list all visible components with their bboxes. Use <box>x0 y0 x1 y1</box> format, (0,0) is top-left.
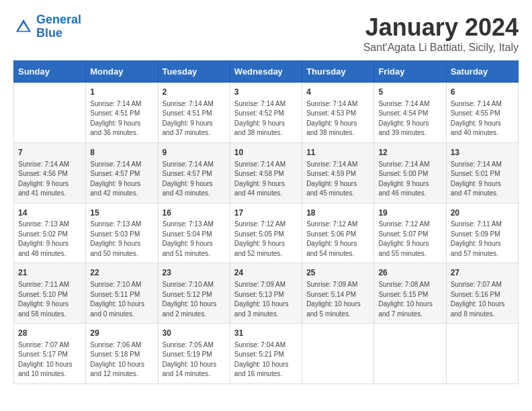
day-info: Sunrise: 7:10 AM Sunset: 5:12 PM Dayligh… <box>163 280 226 319</box>
week-row-3: 14Sunrise: 7:13 AM Sunset: 5:02 PM Dayli… <box>14 203 519 263</box>
calendar-cell: 3Sunrise: 7:14 AM Sunset: 4:52 PM Daylig… <box>230 83 302 143</box>
calendar-cell: 27Sunrise: 7:07 AM Sunset: 5:16 PM Dayli… <box>446 263 518 324</box>
week-row-1: 1Sunrise: 7:14 AM Sunset: 4:51 PM Daylig… <box>14 83 519 143</box>
day-info: Sunrise: 7:12 AM Sunset: 5:07 PM Dayligh… <box>378 220 441 259</box>
day-number: 10 <box>234 147 298 158</box>
day-number: 16 <box>163 208 226 219</box>
day-info: Sunrise: 7:06 AM Sunset: 5:18 PM Dayligh… <box>90 340 153 379</box>
day-number: 24 <box>234 267 298 279</box>
calendar-cell: 24Sunrise: 7:09 AM Sunset: 5:13 PM Dayli… <box>230 263 302 324</box>
calendar-cell: 19Sunrise: 7:12 AM Sunset: 5:07 PM Dayli… <box>374 203 446 263</box>
day-number: 25 <box>306 267 369 279</box>
day-info: Sunrise: 7:13 AM Sunset: 5:02 PM Dayligh… <box>18 220 81 259</box>
calendar-cell: 15Sunrise: 7:13 AM Sunset: 5:03 PM Dayli… <box>86 203 158 263</box>
day-info: Sunrise: 7:14 AM Sunset: 4:51 PM Dayligh… <box>163 99 226 138</box>
logo-line2: Blue <box>36 26 62 40</box>
day-number: 4 <box>306 87 369 98</box>
day-info: Sunrise: 7:14 AM Sunset: 4:56 PM Dayligh… <box>18 160 81 199</box>
calendar-cell: 26Sunrise: 7:08 AM Sunset: 5:15 PM Dayli… <box>374 263 446 324</box>
day-info: Sunrise: 7:09 AM Sunset: 5:14 PM Dayligh… <box>306 280 369 319</box>
day-number: 12 <box>378 147 441 158</box>
header: General Blue January 2024 Sant'Agata Li … <box>13 13 519 54</box>
calendar-cell: 30Sunrise: 7:05 AM Sunset: 5:19 PM Dayli… <box>158 324 230 384</box>
calendar-cell <box>374 324 446 384</box>
day-number: 26 <box>378 267 441 279</box>
calendar-cell: 31Sunrise: 7:04 AM Sunset: 5:21 PM Dayli… <box>230 324 302 384</box>
day-info: Sunrise: 7:14 AM Sunset: 4:53 PM Dayligh… <box>306 99 369 138</box>
day-number: 1 <box>90 87 153 98</box>
calendar-cell: 10Sunrise: 7:14 AM Sunset: 4:58 PM Dayli… <box>230 142 302 203</box>
day-number: 14 <box>18 208 81 219</box>
day-info: Sunrise: 7:09 AM Sunset: 5:13 PM Dayligh… <box>234 280 298 319</box>
day-info: Sunrise: 7:10 AM Sunset: 5:11 PM Dayligh… <box>90 280 153 319</box>
day-info: Sunrise: 7:14 AM Sunset: 4:59 PM Dayligh… <box>306 160 369 199</box>
day-number: 23 <box>163 267 226 279</box>
calendar-cell: 7Sunrise: 7:14 AM Sunset: 4:56 PM Daylig… <box>14 142 86 203</box>
calendar-cell: 23Sunrise: 7:10 AM Sunset: 5:12 PM Dayli… <box>158 263 230 324</box>
calendar-cell: 18Sunrise: 7:12 AM Sunset: 5:06 PM Dayli… <box>302 203 374 263</box>
day-number: 9 <box>163 147 226 158</box>
calendar-cell: 9Sunrise: 7:14 AM Sunset: 4:57 PM Daylig… <box>158 142 230 203</box>
header-wednesday: Wednesday <box>230 61 302 83</box>
day-info: Sunrise: 7:14 AM Sunset: 4:57 PM Dayligh… <box>163 160 226 199</box>
day-info: Sunrise: 7:11 AM Sunset: 5:10 PM Dayligh… <box>18 280 81 319</box>
day-info: Sunrise: 7:04 AM Sunset: 5:21 PM Dayligh… <box>234 340 298 379</box>
calendar-cell: 8Sunrise: 7:14 AM Sunset: 4:57 PM Daylig… <box>86 142 158 203</box>
day-info: Sunrise: 7:12 AM Sunset: 5:05 PM Dayligh… <box>234 220 298 259</box>
subtitle: Sant'Agata Li Battiati, Sicily, Italy <box>363 42 519 54</box>
day-info: Sunrise: 7:12 AM Sunset: 5:06 PM Dayligh… <box>306 220 369 259</box>
day-number: 11 <box>306 147 369 158</box>
day-info: Sunrise: 7:14 AM Sunset: 4:58 PM Dayligh… <box>234 160 298 199</box>
day-info: Sunrise: 7:14 AM Sunset: 5:00 PM Dayligh… <box>378 160 441 199</box>
logo-text: General Blue <box>36 13 81 40</box>
title-area: January 2024 Sant'Agata Li Battiati, Sic… <box>363 13 519 54</box>
day-info: Sunrise: 7:08 AM Sunset: 5:15 PM Dayligh… <box>378 280 441 319</box>
day-number: 17 <box>234 208 298 219</box>
day-number: 13 <box>451 147 514 158</box>
calendar-cell: 16Sunrise: 7:13 AM Sunset: 5:04 PM Dayli… <box>158 203 230 263</box>
day-info: Sunrise: 7:14 AM Sunset: 5:01 PM Dayligh… <box>451 160 514 199</box>
main-title: January 2024 <box>363 13 519 42</box>
header-monday: Monday <box>86 61 158 83</box>
day-info: Sunrise: 7:13 AM Sunset: 5:04 PM Dayligh… <box>163 220 226 259</box>
week-row-4: 21Sunrise: 7:11 AM Sunset: 5:10 PM Dayli… <box>14 263 519 324</box>
day-info: Sunrise: 7:14 AM Sunset: 4:52 PM Dayligh… <box>234 99 298 138</box>
day-info: Sunrise: 7:14 AM Sunset: 4:54 PM Dayligh… <box>378 99 441 138</box>
calendar-cell: 5Sunrise: 7:14 AM Sunset: 4:54 PM Daylig… <box>374 83 446 143</box>
calendar-cell <box>14 83 86 143</box>
logo-icon <box>13 17 34 37</box>
day-number: 2 <box>163 87 226 98</box>
day-number: 7 <box>18 147 81 158</box>
day-number: 20 <box>451 208 514 219</box>
logo: General Blue <box>13 13 81 40</box>
day-number: 21 <box>18 267 81 279</box>
day-number: 29 <box>90 328 153 339</box>
logo-line1: General <box>36 13 81 26</box>
calendar-cell: 2Sunrise: 7:14 AM Sunset: 4:51 PM Daylig… <box>158 83 230 143</box>
day-info: Sunrise: 7:14 AM Sunset: 4:51 PM Dayligh… <box>90 99 153 138</box>
day-number: 15 <box>90 208 153 219</box>
calendar-table: SundayMondayTuesdayWednesdayThursdayFrid… <box>13 60 519 384</box>
day-number: 8 <box>90 147 153 158</box>
calendar-cell: 21Sunrise: 7:11 AM Sunset: 5:10 PM Dayli… <box>14 263 86 324</box>
calendar-cell <box>302 324 374 384</box>
calendar-cell: 22Sunrise: 7:10 AM Sunset: 5:11 PM Dayli… <box>86 263 158 324</box>
day-number: 28 <box>18 328 81 339</box>
day-number: 22 <box>90 267 153 279</box>
calendar-cell: 12Sunrise: 7:14 AM Sunset: 5:00 PM Dayli… <box>374 142 446 203</box>
header-thursday: Thursday <box>302 61 374 83</box>
day-number: 27 <box>451 267 514 279</box>
calendar-header-row: SundayMondayTuesdayWednesdayThursdayFrid… <box>14 61 519 83</box>
day-info: Sunrise: 7:07 AM Sunset: 5:17 PM Dayligh… <box>18 340 81 379</box>
day-info: Sunrise: 7:07 AM Sunset: 5:16 PM Dayligh… <box>451 280 514 319</box>
calendar-cell: 20Sunrise: 7:11 AM Sunset: 5:09 PM Dayli… <box>446 203 518 263</box>
day-info: Sunrise: 7:14 AM Sunset: 4:55 PM Dayligh… <box>451 99 514 138</box>
calendar-cell <box>446 324 518 384</box>
calendar-cell: 25Sunrise: 7:09 AM Sunset: 5:14 PM Dayli… <box>302 263 374 324</box>
day-number: 6 <box>451 87 514 98</box>
day-info: Sunrise: 7:05 AM Sunset: 5:19 PM Dayligh… <box>163 340 226 379</box>
calendar-cell: 28Sunrise: 7:07 AM Sunset: 5:17 PM Dayli… <box>14 324 86 384</box>
day-info: Sunrise: 7:11 AM Sunset: 5:09 PM Dayligh… <box>451 220 514 259</box>
calendar-cell: 1Sunrise: 7:14 AM Sunset: 4:51 PM Daylig… <box>86 83 158 143</box>
calendar-cell: 6Sunrise: 7:14 AM Sunset: 4:55 PM Daylig… <box>446 83 518 143</box>
